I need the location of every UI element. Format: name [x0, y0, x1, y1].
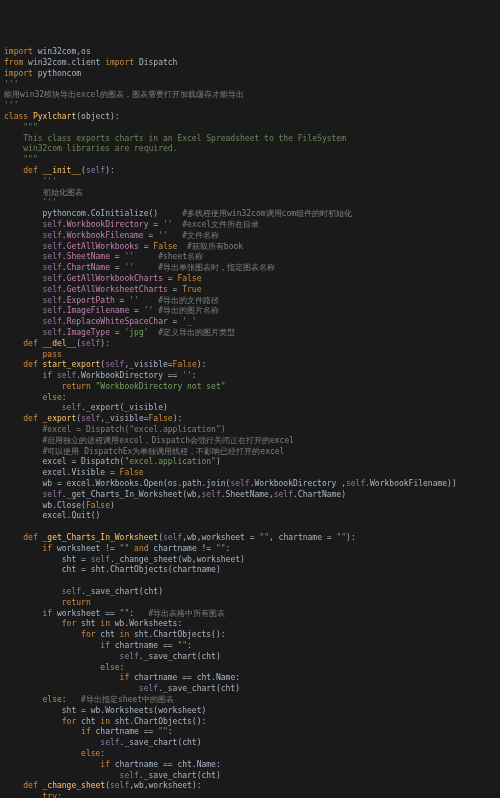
code-line[interactable]: self.GetAllWorksheetCharts = True — [4, 285, 500, 296]
code-line[interactable]: ''' — [4, 101, 500, 112]
code-line[interactable]: else: — [4, 663, 500, 674]
code-line[interactable]: from win32com.client import Dispatch — [4, 58, 500, 69]
code-line[interactable]: else: — [4, 393, 500, 404]
token-op: : — [62, 393, 67, 402]
code-line[interactable]: import pythoncom — [4, 69, 500, 80]
code-line[interactable] — [4, 522, 500, 533]
code-line[interactable]: def _get_Charts_In_Worksheet(self,wb,wor… — [4, 533, 500, 544]
code-line[interactable]: excel.Quit() — [4, 511, 500, 522]
code-line[interactable]: self._save_chart(cht) — [4, 738, 500, 749]
code-line[interactable]: return — [4, 598, 500, 609]
code-line[interactable]: def _change_sheet(self,wb,worksheet): — [4, 781, 500, 792]
code-line[interactable]: self._save_chart(cht) — [4, 771, 500, 782]
token-str: "" — [158, 727, 168, 736]
code-line[interactable]: sht = wb.Worksheets(worksheet) — [4, 706, 500, 717]
code-line[interactable]: This class exports charts in an Excel Sp… — [4, 134, 500, 145]
code-line[interactable]: if chartname == cht.Name: — [4, 760, 500, 771]
token-fn: _export — [43, 414, 77, 423]
code-line[interactable]: self.GetAllWorkbookCharts = False — [4, 274, 500, 285]
code-line[interactable]: #可以使用 DispatchEx为单独调用线程，不影响已经打开的excel — [4, 447, 500, 458]
code-line[interactable]: self.ImageType = 'jpg' #定义导出的图片类型 — [4, 328, 500, 339]
code-line[interactable]: def __del__(self): — [4, 339, 500, 350]
token-self: self — [274, 490, 293, 499]
token-op: : — [192, 371, 197, 380]
code-line[interactable]: excel = Dispatch("excel.application") — [4, 457, 500, 468]
code-line[interactable]: class Pyxlchart(object): — [4, 112, 500, 123]
code-line[interactable]: """ — [4, 155, 500, 166]
code-line[interactable]: if chartname == "": — [4, 641, 500, 652]
code-line[interactable]: def __init__(self): — [4, 166, 500, 177]
code-line[interactable]: if chartname == cht.Name: — [4, 673, 500, 684]
token-com: #文件名称 — [168, 231, 219, 240]
token-id: ._save_chart(cht) — [139, 652, 221, 661]
code-line[interactable]: ''' — [4, 177, 500, 188]
code-line[interactable]: if worksheet != "" and chartname != "": — [4, 544, 500, 555]
code-line[interactable]: else: #导出指定sheet中的图表 — [4, 695, 500, 706]
code-line[interactable]: cht = sht.ChartObjects(chartname) — [4, 565, 500, 576]
code-line[interactable]: return "WorkbookDirectory not set" — [4, 382, 500, 393]
token-kw: else — [4, 393, 62, 402]
code-line[interactable]: self.ImageFilename = '' #导出的图片名称 — [4, 306, 500, 317]
token-op: = — [110, 252, 124, 261]
code-line[interactable]: for cht in sht.ChartObjects(): — [4, 630, 500, 641]
code-line[interactable]: wb.Close(False) — [4, 501, 500, 512]
code-line[interactable]: def _export(self,_visible=False): — [4, 414, 500, 425]
code-line[interactable]: self.ChartName = '' #导出单张图表时，指定图表名称 — [4, 263, 500, 274]
token-self: self — [4, 231, 62, 240]
token-par: wb — [134, 781, 144, 790]
code-line[interactable]: self.SheetName = '' #sheet名称 — [4, 252, 500, 263]
code-line[interactable]: for sht in wb.Worksheets: — [4, 619, 500, 630]
code-line[interactable]: if worksheet == "": #导出表格中所有图表 — [4, 609, 500, 620]
code-line[interactable]: def start_export(self,_visible=False): — [4, 360, 500, 371]
code-editor[interactable]: import win32com,osfrom win32com.client i… — [4, 47, 500, 798]
code-line[interactable]: ''' — [4, 198, 500, 209]
token-par: _visible — [129, 360, 168, 369]
code-line[interactable]: self._save_chart(cht) — [4, 652, 500, 663]
token-kw: def — [4, 414, 43, 423]
token-str: 'jpg' — [124, 328, 148, 337]
code-line[interactable]: #启用独立的进程调用excel，Dispatch会强行关闭正在打开的excel — [4, 436, 500, 447]
token-com: ''' — [4, 177, 57, 186]
token-id: excel.Quit() — [4, 511, 100, 520]
code-line[interactable]: ''' — [4, 80, 500, 91]
code-line[interactable]: wb = excel.Workbooks.Open(os.path.join(s… — [4, 479, 500, 490]
code-line[interactable]: self.ExportPath = '' #导出的文件路径 — [4, 296, 500, 307]
code-line[interactable]: #excel = Dispatch("excel.application") — [4, 425, 500, 436]
code-line[interactable]: self._export(_visible) — [4, 403, 500, 414]
code-line[interactable]: win32com libraries are required. — [4, 144, 500, 155]
code-line[interactable]: self.WorkbookDirectory = '' #excel文件所在目录 — [4, 220, 500, 231]
code-line[interactable]: else: — [4, 749, 500, 760]
code-line[interactable]: try: — [4, 792, 500, 798]
code-line[interactable]: for cht in sht.ChartObjects(): — [4, 717, 500, 728]
code-line[interactable]: self.GetAllWorkbooks = False #获取所有book — [4, 242, 500, 253]
code-line[interactable]: 能用win32模块导出excel的图表，图表需要打开加载缓存才能导出 — [4, 90, 500, 101]
token-id: excel = Dispatch( — [4, 457, 124, 466]
token-str: '' — [158, 231, 168, 240]
code-line[interactable]: """ — [4, 123, 500, 134]
code-line[interactable]: self._get_Charts_In_Worksheet(wb,self.Sh… — [4, 490, 500, 501]
code-line[interactable]: import win32com,os — [4, 47, 500, 58]
code-line[interactable]: self._save_chart(cht) — [4, 684, 500, 695]
code-line[interactable]: 初始化图表 — [4, 188, 500, 199]
token-op: = — [144, 231, 158, 240]
code-line[interactable]: excel.Visible = False — [4, 468, 500, 479]
token-kw: return — [4, 382, 96, 391]
code-line[interactable]: self.WorkbookFilename = '' #文件名称 — [4, 231, 500, 242]
code-line[interactable]: pass — [4, 350, 500, 361]
token-com: #导出的图片名称 — [153, 306, 219, 315]
code-line[interactable] — [4, 576, 500, 587]
token-id: wb.Close( — [4, 501, 86, 510]
token-str: "WorkbookDirectory not set" — [96, 382, 226, 391]
code-line[interactable]: sht = self._change_sheet(wb,worksheet) — [4, 555, 500, 566]
code-line[interactable]: if self.WorkbookDirectory == '': — [4, 371, 500, 382]
token-self: self — [230, 479, 249, 488]
token-kw: from — [4, 58, 28, 67]
code-line[interactable]: if chartname == "": — [4, 727, 500, 738]
token-str: "" — [336, 533, 346, 542]
code-line[interactable]: pythoncom.CoInitialize() #多线程使用win32com调… — [4, 209, 500, 220]
code-line[interactable]: self.ReplaceWhiteSpaceChar = '_' — [4, 317, 500, 328]
token-id: pythoncom.CoInitialize() — [4, 209, 182, 218]
token-bool: False — [173, 360, 197, 369]
token-par: chartname — [279, 533, 322, 542]
code-line[interactable]: self._save_chart(cht) — [4, 587, 500, 598]
